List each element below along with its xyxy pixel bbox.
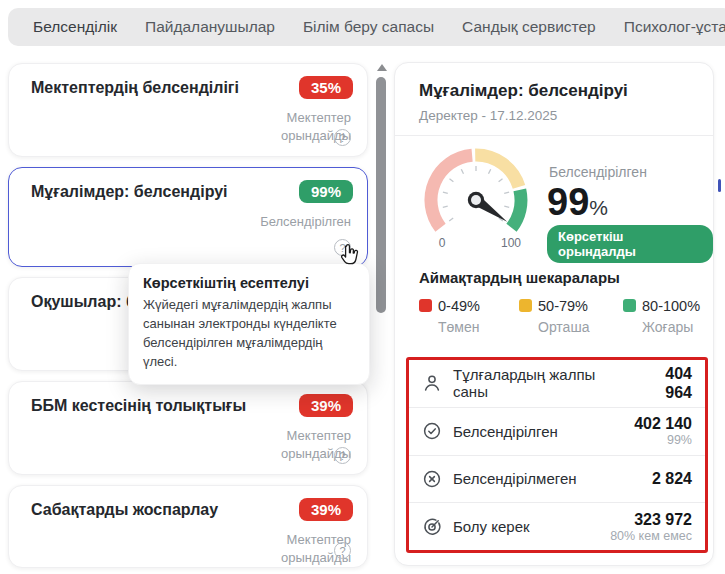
stat-row-activated: Белсендірілген 402 14099% bbox=[409, 407, 705, 455]
status-pill: Көрсеткіш орындалды bbox=[547, 225, 713, 263]
scrollbar-thumb[interactable] bbox=[376, 77, 386, 313]
tab-bilim-beru-sapasy[interactable]: Білім беру сапасы bbox=[303, 18, 434, 36]
card-title: ББМ кестесінің толықтығы bbox=[31, 397, 246, 415]
gauge-zone-low bbox=[431, 155, 472, 228]
tooltip-title: Көрсеткіштің есептелуі bbox=[143, 275, 355, 291]
detail-title: Мұғалімдер: белсендіруі bbox=[419, 81, 628, 101]
legend-title: Аймақтардың шекаралары bbox=[419, 269, 620, 286]
tooltip-body: Жүйедегі мұғалімдердің жалпы санынан эле… bbox=[143, 296, 355, 371]
mouse-cursor-hand-icon bbox=[338, 243, 360, 271]
tab-psiholog-ustaz[interactable]: Психолог-ұстаз bbox=[624, 18, 725, 36]
gauge-chart: 0 100 bbox=[409, 143, 543, 255]
panel-scrollbar-thumb[interactable] bbox=[718, 179, 721, 192]
detail-panel: Мұғалімдер: белсендіруі Деректер - 17.12… bbox=[394, 62, 714, 566]
dashboard-screen: Белсенділік Пайдаланушылар Білім беру са… bbox=[0, 0, 725, 574]
stat-value: 323 972 bbox=[610, 510, 692, 529]
target-icon bbox=[422, 517, 442, 537]
annotation-highlight-box: Тұлғалардың жалпы саны 404 964 Белсендір… bbox=[406, 357, 708, 553]
top-tab-bar: Белсенділік Пайдаланушылар Білім беру са… bbox=[8, 8, 725, 46]
card-title: Сабақтарды жоспарлау bbox=[31, 501, 218, 519]
divider bbox=[395, 135, 713, 136]
percent-sign: % bbox=[589, 196, 608, 219]
legend-swatch-yellow bbox=[519, 299, 532, 312]
indicator-card-bbm-schedule[interactable]: ББМ кестесінің толықтығы 39% Мектептер о… bbox=[8, 381, 368, 475]
person-icon bbox=[422, 373, 442, 393]
status-badge: 35% bbox=[299, 76, 353, 99]
gauge-max-label: 100 bbox=[501, 236, 521, 250]
stat-row-target: Болу керек 323 97280% кем емес bbox=[409, 502, 705, 550]
stat-subvalue: 80% кем емес bbox=[610, 529, 692, 544]
status-badge: 99% bbox=[299, 180, 353, 203]
card-title: Мұғалімдер: белсендіруі bbox=[31, 183, 228, 201]
help-icon[interactable]: ? bbox=[334, 447, 351, 464]
legend-swatch-green bbox=[623, 299, 636, 312]
stat-value: 402 140 bbox=[634, 414, 692, 433]
legend-item-mid: 50-79% Орташа bbox=[519, 297, 589, 335]
detail-date: Деректер - 17.12.2025 bbox=[419, 108, 557, 123]
x-circle-icon bbox=[422, 469, 442, 489]
gauge-zone-high bbox=[512, 190, 521, 228]
tab-belsendilik[interactable]: Белсенділік bbox=[33, 18, 117, 36]
stat-row-not-activated: Белсендірілмеген 2 824 bbox=[409, 455, 705, 503]
stat-value: 2 824 bbox=[652, 469, 692, 488]
stat-value: 404 964 bbox=[634, 364, 692, 402]
check-circle-icon bbox=[422, 421, 442, 441]
help-icon[interactable]: ? bbox=[334, 542, 351, 559]
indicator-card-school-activity[interactable]: Мектептердің белсенділігі 35% Мектептер … bbox=[8, 63, 368, 157]
indicator-card-teachers-activation[interactable]: Мұғалімдер: белсендіруі 99% Белсендірілг… bbox=[8, 167, 368, 267]
gauge-value: 99% bbox=[547, 181, 608, 224]
status-badge: 39% bbox=[299, 498, 353, 521]
gauge-min-label: 0 bbox=[439, 236, 446, 250]
status-badge: 39% bbox=[299, 394, 353, 417]
scroll-up-arrow-icon[interactable] bbox=[377, 64, 387, 71]
stat-subvalue: 99% bbox=[634, 433, 692, 448]
stat-row-total: Тұлғалардың жалпы саны 404 964 bbox=[409, 360, 705, 407]
help-icon[interactable]: ? bbox=[334, 129, 351, 146]
badge-caption: Белсендірілген bbox=[221, 213, 351, 231]
indicator-card-lesson-planning[interactable]: Сабақтарды жоспарлау 39% Мектептер орынд… bbox=[8, 485, 368, 568]
tooltip: Көрсеткіштің есептелуі Жүйедегі мұғалімд… bbox=[128, 263, 370, 385]
gauge-caption: Белсендірілген bbox=[549, 164, 647, 180]
list-scrollbar[interactable] bbox=[374, 60, 389, 574]
legend-swatch-red bbox=[419, 299, 432, 312]
legend-item-low: 0-49% Төмен bbox=[419, 297, 480, 335]
legend-item-high: 80-100% Жоғары bbox=[623, 297, 700, 335]
gauge-zone-mid bbox=[475, 155, 519, 187]
card-title: Мектептердің белсенділігі bbox=[31, 79, 239, 97]
tab-paidalanushylar[interactable]: Пайдаланушылар bbox=[145, 18, 275, 36]
tab-sandyq-servister[interactable]: Сандық сервистер bbox=[462, 18, 596, 36]
